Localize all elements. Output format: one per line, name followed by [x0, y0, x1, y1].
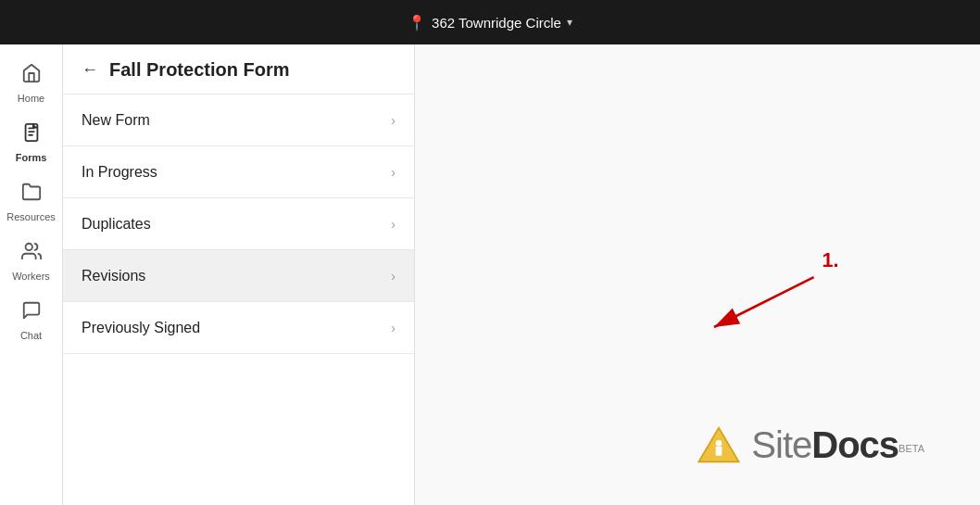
- revisions-label: Revisions: [82, 268, 145, 284]
- home-label: Home: [18, 93, 44, 104]
- sitedocs-branding: SiteDocsBETA: [696, 422, 924, 468]
- sidebar-item-workers[interactable]: Workers: [0, 232, 62, 291]
- sidebar-item-home[interactable]: Home: [0, 54, 62, 113]
- chat-label: Chat: [20, 330, 42, 341]
- chevron-right-icon: ›: [391, 217, 396, 232]
- annotation-number: 1.: [823, 249, 839, 271]
- sidebar-item-chat[interactable]: Chat: [0, 291, 62, 350]
- right-area: 1. SiteDocsBETA: [415, 44, 980, 505]
- menu-item-revisions[interactable]: Revisions ›: [63, 250, 414, 302]
- location-dropdown-icon[interactable]: ▾: [567, 16, 572, 29]
- panel-title: Fall Protection Form: [109, 59, 289, 81]
- menu-item-new-form[interactable]: New Form ›: [63, 95, 414, 146]
- sidebar: Home Forms Resources: [0, 44, 63, 505]
- menu-item-previously-signed[interactable]: Previously Signed ›: [63, 302, 414, 354]
- location-text: 362 Townridge Circle: [432, 15, 561, 31]
- svg-line-5: [714, 277, 814, 327]
- sitedocs-docs-text: Docs: [811, 424, 898, 465]
- forms-icon: [21, 122, 42, 148]
- in-progress-label: In Progress: [82, 164, 157, 181]
- menu-item-in-progress[interactable]: In Progress ›: [63, 146, 414, 198]
- menu-item-duplicates[interactable]: Duplicates ›: [63, 198, 414, 250]
- previously-signed-label: Previously Signed: [82, 320, 200, 336]
- content-area: ← Fall Protection Form New Form › In Pro…: [63, 44, 980, 505]
- sidebar-item-resources[interactable]: Resources: [0, 172, 62, 232]
- chevron-right-icon: ›: [391, 113, 396, 128]
- resources-icon: [21, 182, 42, 208]
- sitedocs-site-text: Site: [751, 424, 811, 465]
- svg-point-9: [716, 440, 722, 447]
- chevron-right-icon: ›: [391, 165, 396, 180]
- resources-label: Resources: [6, 211, 56, 222]
- svg-rect-8: [716, 447, 722, 456]
- sitedocs-beta-badge: BETA: [898, 442, 924, 453]
- main-layout: Home Forms Resources: [0, 44, 980, 505]
- svg-point-4: [25, 244, 31, 250]
- chat-icon: [21, 300, 42, 326]
- workers-label: Workers: [12, 271, 50, 282]
- forms-panel: ← Fall Protection Form New Form › In Pro…: [63, 44, 415, 505]
- chevron-right-icon: ›: [391, 269, 396, 284]
- panel-header: ← Fall Protection Form: [63, 44, 414, 95]
- forms-label: Forms: [16, 152, 47, 163]
- new-form-label: New Form: [82, 112, 150, 129]
- forms-menu-list: New Form › In Progress › Duplicates › Re…: [63, 95, 414, 505]
- chevron-right-icon: ›: [391, 321, 396, 335]
- sidebar-item-forms[interactable]: Forms: [0, 113, 62, 172]
- sitedocs-name: SiteDocsBETA: [751, 424, 924, 466]
- workers-icon: [21, 241, 42, 267]
- location-pin-icon: 📍: [408, 14, 426, 32]
- top-bar: 📍 362 Townridge Circle ▾: [0, 0, 980, 44]
- duplicates-label: Duplicates: [82, 216, 151, 233]
- sitedocs-logo-icon: [696, 422, 742, 468]
- home-icon: [21, 63, 42, 89]
- annotation-layer: 1.: [415, 44, 980, 458]
- back-button[interactable]: ←: [82, 60, 98, 80]
